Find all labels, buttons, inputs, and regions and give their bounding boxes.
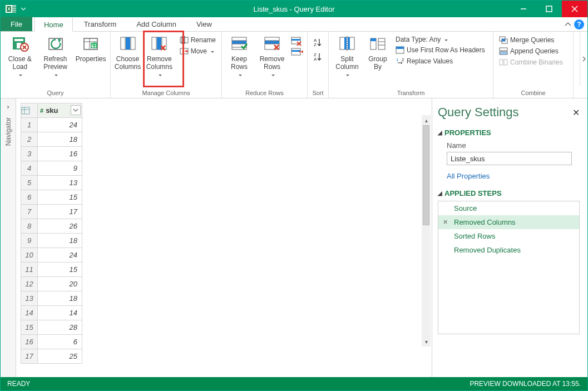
table-row[interactable]: 1414	[21, 306, 82, 320]
tab-transform[interactable]: Transform	[75, 17, 126, 31]
cell-value[interactable]: 15	[38, 263, 82, 277]
close-and-load-button[interactable]: Close & Load	[4, 34, 36, 78]
move-button[interactable]: Move	[177, 46, 218, 56]
table-row[interactable]: 124	[21, 118, 82, 132]
row-number[interactable]: 7	[21, 205, 38, 219]
collapse-ribbon-icon[interactable]	[564, 21, 572, 28]
help-icon[interactable]: ?	[574, 19, 584, 29]
delete-step-icon[interactable]: ✕	[443, 219, 448, 226]
cell-value[interactable]: 15	[38, 190, 82, 205]
cell-value[interactable]: 24	[38, 248, 82, 263]
table-row[interactable]: 49	[21, 161, 82, 176]
remove-rows-button[interactable]: Remove Rows	[256, 34, 288, 78]
data-type-button[interactable]: Data Type: Any	[393, 35, 490, 44]
refresh-preview-button[interactable]: Refresh Preview	[39, 34, 72, 78]
tab-view[interactable]: View	[187, 17, 221, 31]
row-number[interactable]: 4	[21, 161, 38, 176]
choose-columns-button[interactable]: Choose Columns	[114, 34, 141, 71]
cell-value[interactable]: 24	[38, 118, 82, 132]
query-name-input[interactable]	[447, 152, 572, 165]
quick-access-dropdown[interactable]	[19, 7, 27, 11]
all-properties-link[interactable]: All Properties	[447, 172, 580, 180]
file-tab[interactable]: File	[1, 17, 32, 31]
row-number[interactable]: 9	[21, 234, 38, 248]
append-queries-button[interactable]: Append Queries	[497, 46, 570, 56]
group-by-button[interactable]: Group By	[365, 34, 390, 71]
table-row[interactable]: 615	[21, 190, 82, 205]
corner-cell[interactable]	[21, 103, 38, 118]
table-row[interactable]: 316	[21, 147, 82, 161]
scroll-down-button[interactable]: ▾	[422, 336, 431, 347]
applied-step[interactable]: Sorted Rows	[438, 229, 579, 243]
cell-value[interactable]: 16	[38, 147, 82, 161]
cell-value[interactable]: 6	[38, 335, 82, 349]
ribbon-overflow-button[interactable]	[580, 32, 587, 86]
row-number[interactable]: 12	[21, 277, 38, 291]
table-row[interactable]: 1528	[21, 320, 82, 335]
table-row[interactable]: 918	[21, 234, 82, 248]
properties-section-header[interactable]: ◢PROPERTIES	[438, 128, 580, 137]
merge-queries-button[interactable]: Merge Queries	[497, 35, 570, 45]
row-number[interactable]: 5	[21, 176, 38, 190]
table-row[interactable]: 166	[21, 335, 82, 349]
row-number[interactable]: 8	[21, 219, 38, 234]
cell-value[interactable]: 25	[38, 349, 82, 364]
cell-value[interactable]: 18	[38, 234, 82, 248]
row-number[interactable]: 13	[21, 291, 38, 306]
split-column-button[interactable]: Split Column	[332, 34, 362, 78]
tab-home[interactable]: Home	[34, 17, 73, 32]
maximize-button[interactable]	[536, 1, 562, 17]
column-header-sku[interactable]: #sku	[38, 103, 82, 118]
cell-value[interactable]: 18	[38, 132, 82, 147]
row-number[interactable]: 1	[21, 118, 38, 132]
column-filter-button[interactable]	[71, 105, 81, 115]
remove-errors-icon[interactable]	[291, 47, 303, 57]
applied-step[interactable]: Removed Duplicates	[438, 243, 579, 257]
tab-add-column[interactable]: Add Column	[127, 17, 185, 31]
cell-value[interactable]: 20	[38, 277, 82, 291]
navigator-rail[interactable]: › Navigator	[1, 98, 16, 377]
table-row[interactable]: 513	[21, 176, 82, 190]
cell-value[interactable]: 13	[38, 176, 82, 190]
cell-value[interactable]: 18	[38, 291, 82, 306]
close-button[interactable]	[562, 1, 587, 17]
table-row[interactable]: 1318	[21, 291, 82, 306]
scroll-handle[interactable]	[423, 125, 429, 225]
minimize-button[interactable]	[511, 1, 536, 17]
table-row[interactable]: 1024	[21, 248, 82, 263]
cell-value[interactable]: 28	[38, 320, 82, 335]
applied-step[interactable]: Source	[438, 201, 579, 215]
table-row[interactable]: 218	[21, 132, 82, 147]
table-row[interactable]: 826	[21, 219, 82, 234]
row-number[interactable]: 14	[21, 306, 38, 320]
replace-values-button[interactable]: 12Replace Values	[393, 56, 490, 66]
row-number[interactable]: 6	[21, 190, 38, 205]
row-number[interactable]: 10	[21, 248, 38, 263]
keep-rows-button[interactable]: Keep Rows	[225, 34, 253, 78]
query-settings-close-icon[interactable]: ✕	[572, 107, 580, 118]
table-row[interactable]: 1725	[21, 349, 82, 364]
vertical-scrollbar[interactable]: ▴ ▾	[422, 115, 431, 347]
cell-value[interactable]: 17	[38, 205, 82, 219]
table-row[interactable]: 1220	[21, 277, 82, 291]
applied-steps-header[interactable]: ◢APPLIED STEPS	[438, 189, 580, 197]
remove-duplicates-icon[interactable]	[291, 36, 303, 46]
navigator-expand-icon[interactable]: ›	[7, 103, 9, 111]
row-number[interactable]: 3	[21, 147, 38, 161]
row-number[interactable]: 2	[21, 132, 38, 147]
scroll-up-button[interactable]: ▴	[422, 115, 431, 125]
table-row[interactable]: 717	[21, 205, 82, 219]
table-row[interactable]: 1115	[21, 263, 82, 277]
remove-columns-button[interactable]: Remove Columns	[145, 34, 174, 78]
sort-desc-button[interactable]: ZA	[313, 52, 324, 62]
row-number[interactable]: 11	[21, 263, 38, 277]
row-number[interactable]: 17	[21, 349, 38, 364]
cell-value[interactable]: 14	[38, 306, 82, 320]
applied-step[interactable]: ✕Removed Columns	[438, 215, 579, 229]
row-number[interactable]: 15	[21, 320, 38, 335]
data-grid[interactable]: #sku 12421831649513615717826918102411151…	[21, 103, 82, 364]
rename-button[interactable]: Rename	[177, 35, 218, 45]
cell-value[interactable]: 26	[38, 219, 82, 234]
properties-button[interactable]: Properties	[75, 34, 107, 63]
sort-asc-button[interactable]: AZ	[313, 37, 324, 47]
